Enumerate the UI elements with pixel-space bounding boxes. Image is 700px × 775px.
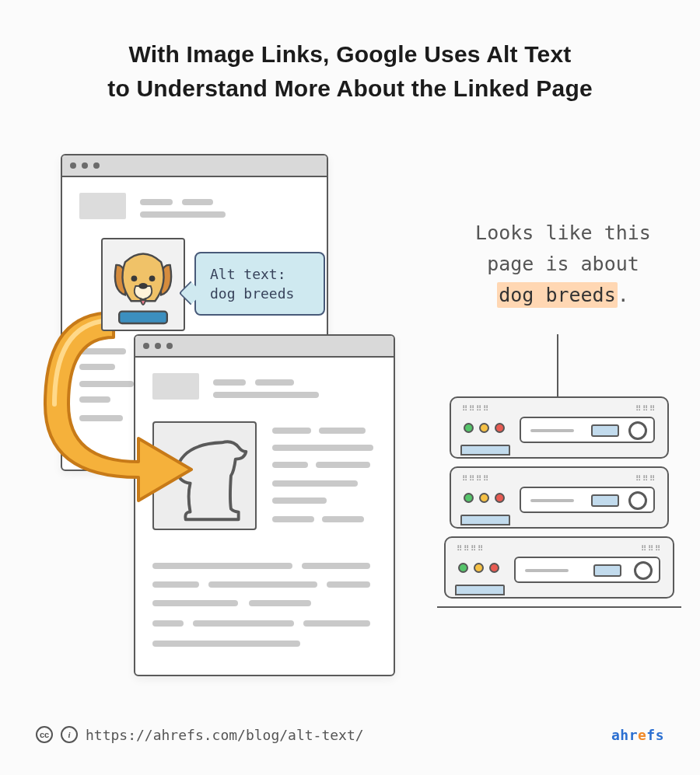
- content-line: [272, 516, 314, 522]
- panel-button-icon: [593, 564, 621, 577]
- led-red-icon: [495, 423, 505, 433]
- content-line: [152, 620, 184, 627]
- led-red-icon: [489, 563, 499, 573]
- content-line: [193, 620, 294, 627]
- panel-dash-icon: [530, 429, 574, 432]
- footer: cc i https://ahrefs.com/blog/alt-text/ a…: [36, 722, 664, 747]
- dog-image: [101, 238, 185, 331]
- alt-text-tooltip: Alt text: dog breeds: [194, 252, 325, 316]
- cc-icon: cc: [36, 726, 53, 743]
- content-line: [152, 563, 292, 569]
- server-base-line: [437, 606, 681, 608]
- content-line: [152, 641, 300, 647]
- led-green-icon: [464, 423, 474, 433]
- svg-point-1: [131, 275, 138, 281]
- server-text-highlight: dog breeds: [497, 282, 618, 308]
- content-line: [272, 428, 311, 434]
- svg-rect-4: [119, 312, 167, 323]
- panel-knob-icon: [634, 561, 653, 580]
- panel-dash-icon: [525, 569, 569, 572]
- link-arrow-icon: [36, 303, 222, 505]
- server-panel: [520, 417, 655, 443]
- panel-button-icon: [591, 424, 619, 437]
- server-text-line-2: page is about: [462, 249, 664, 280]
- server-panel: [514, 557, 660, 583]
- drive-slot-icon: [460, 445, 510, 456]
- server-panel: [520, 487, 655, 513]
- attribution-icon: i: [61, 726, 78, 743]
- connector-line-icon: [557, 334, 558, 396]
- server-text-line-3: dog breeds.: [462, 280, 664, 311]
- vent-icon: ⠿⠿⠿⠿: [457, 544, 485, 553]
- content-line: [182, 199, 213, 205]
- content-line: [213, 392, 319, 398]
- alt-text-value: dog breeds: [210, 284, 317, 303]
- window-dot-icon: [82, 162, 88, 169]
- server-stack-icon: ⠿⠿⠿⠿ ⠿⠿⠿ ⠿⠿⠿⠿ ⠿⠿⠿: [450, 396, 669, 608]
- content-line: [272, 445, 373, 451]
- content-line: [208, 581, 317, 588]
- title-line-2: to Understand More About the Linked Page: [0, 72, 700, 106]
- drive-slot-icon: [455, 585, 505, 595]
- vent-icon: ⠿⠿⠿: [641, 544, 662, 553]
- browser-titlebar: [62, 155, 327, 177]
- dog-face-icon: [103, 239, 184, 330]
- svg-point-2: [149, 275, 156, 281]
- svg-point-3: [138, 283, 148, 289]
- content-line: [327, 581, 370, 588]
- led-green-icon: [458, 563, 468, 573]
- content-line: [316, 462, 370, 468]
- led-yellow-icon: [479, 423, 489, 433]
- server-interpretation: Looks like this page is about dog breeds…: [462, 218, 664, 311]
- led-green-icon: [464, 493, 474, 503]
- content-line: [255, 379, 294, 386]
- vent-icon: ⠿⠿⠿: [635, 404, 656, 413]
- content-line: [302, 563, 370, 569]
- server-unit: ⠿⠿⠿⠿ ⠿⠿⠿: [450, 396, 669, 459]
- window-dot-icon: [93, 162, 100, 169]
- content-line: [152, 600, 238, 606]
- vent-icon: ⠿⠿⠿⠿: [462, 474, 490, 483]
- content-line: [249, 600, 311, 606]
- vent-icon: ⠿⠿⠿: [635, 474, 656, 483]
- led-yellow-icon: [479, 493, 489, 503]
- led-red-icon: [495, 493, 505, 503]
- window-dot-icon: [70, 162, 76, 169]
- led-yellow-icon: [474, 563, 484, 573]
- server-text-period: .: [618, 284, 629, 306]
- content-line: [140, 199, 173, 205]
- panel-dash-icon: [530, 499, 574, 502]
- content-line: [303, 620, 370, 627]
- alt-text-label: Alt text:: [210, 264, 317, 284]
- source-url: https://ahrefs.com/blog/alt-text/: [86, 727, 364, 743]
- panel-knob-icon: [628, 421, 647, 440]
- content-line: [319, 428, 366, 434]
- server-unit: ⠿⠿⠿⠿ ⠿⠿⠿: [450, 466, 669, 529]
- content-block: [79, 193, 126, 219]
- title-line-1: With Image Links, Google Uses Alt Text: [0, 37, 700, 72]
- content-line: [152, 581, 199, 588]
- vent-icon: ⠿⠿⠿⠿: [462, 404, 490, 413]
- content-line: [322, 516, 364, 522]
- panel-knob-icon: [628, 491, 647, 510]
- page-title: With Image Links, Google Uses Alt Text t…: [0, 37, 700, 105]
- server-unit: ⠿⠿⠿⠿ ⠿⠿⠿: [444, 536, 674, 599]
- content-line: [272, 480, 358, 487]
- license-block: cc i https://ahrefs.com/blog/alt-text/: [36, 726, 364, 743]
- content-line: [272, 497, 327, 504]
- brand-logo: ahrefs: [611, 727, 664, 743]
- drive-slot-icon: [460, 515, 510, 525]
- server-text-line-1: Looks like this: [462, 218, 664, 249]
- panel-button-icon: [591, 494, 619, 507]
- content-line: [140, 211, 226, 218]
- content-line: [272, 462, 308, 468]
